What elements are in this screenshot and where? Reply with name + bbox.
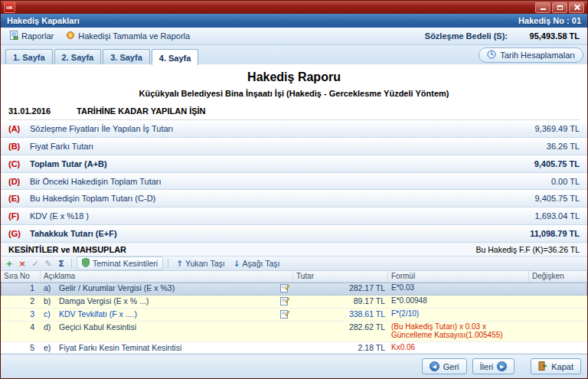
deductions-header: KESİNTİLER ve MAHSUPLAR Bu Hakediş F.F (… [1, 243, 587, 256]
report-date: 31.01.2016 [8, 106, 51, 116]
row-label: Bir Önceki Hakedişin Toplam Tutarı [30, 177, 162, 186]
close-button[interactable] [569, 2, 584, 13]
sozlesme-bedeli-label: Sözleşme Bedeli (S): [425, 31, 508, 41]
tamamla-button[interactable]: Hakedişi Tamamla ve Raporla [61, 29, 194, 43]
page-title: Hakediş Kapakları [7, 16, 80, 25]
col-aciklama[interactable]: Açıklama [41, 271, 293, 282]
complete-report-icon [66, 31, 75, 41]
tarih-label: Tarih Hesaplamaları [500, 51, 575, 60]
add-row-icon[interactable]: + [4, 259, 15, 269]
edit-note-icon[interactable] [280, 309, 290, 320]
tab-sayfa-2[interactable]: 2. Sayfa [54, 49, 102, 64]
cell-aciklama: b) Damga Vergisi (E x % ...) [41, 296, 293, 308]
hakedis-no: Hakediş No : 01 [518, 16, 581, 25]
cell-tutar: 338.61 TL [293, 309, 388, 321]
cell-aciklama: c) KDV Tevkifatı (F x ....) [41, 309, 293, 321]
cell-sira-no: 4 [1, 322, 41, 341]
cell-degisken [529, 283, 587, 295]
minimize-button[interactable] [535, 2, 550, 13]
report-date-label: TARİHİNE KADAR YAPILAN İŞİN [77, 106, 205, 116]
close-icon [573, 4, 580, 11]
cell-sira-no: 1 [1, 283, 41, 295]
teminat-kesintileri-button[interactable]: Teminat Kesintileri [77, 256, 163, 270]
summary-row-g: (G) Tahakkuk Tutarı (E+F) 11,098.79 TL [1, 225, 587, 243]
row-value: 11,098.79 TL [530, 229, 580, 238]
col-degisken[interactable]: Değişken [529, 271, 587, 282]
edit-note-icon[interactable] [280, 296, 290, 307]
sum-icon[interactable]: Σ [56, 259, 67, 269]
table-row[interactable]: 5 e) Fiyat Farkı Kesin Teminat Kesintisi… [1, 342, 587, 354]
row-letter: (F) [8, 211, 30, 221]
maximize-button[interactable] [552, 2, 567, 13]
tab-sayfa-4[interactable]: 4. Sayfa [152, 49, 199, 65]
app-window: HK Hakediş Kapakları Hakediş No : 01 Rap… [0, 0, 588, 379]
col-formul[interactable]: Formül [388, 271, 529, 282]
arrow-up-icon: ↑ [176, 259, 183, 268]
teminat-label: Teminat Kesintileri [93, 259, 158, 268]
move-down-label: Aşağı Taşı [243, 259, 280, 268]
row-value: 0.00 TL [551, 177, 580, 186]
col-tutar[interactable]: Tutar [293, 271, 388, 282]
edit-note-icon[interactable] [280, 283, 290, 294]
row-value: 9,405.75 TL [534, 194, 580, 203]
delete-row-icon[interactable]: × [17, 259, 28, 269]
col-sira-no[interactable]: Sıra No [1, 271, 41, 282]
report-icon [10, 31, 18, 41]
row-id: a) [44, 283, 56, 292]
cell-tutar: 282.17 TL [293, 283, 388, 295]
tamamla-label: Hakedişi Tamamla ve Raporla [78, 31, 190, 41]
arrow-left-icon: ◀ [430, 361, 439, 371]
row-id: b) [44, 296, 56, 305]
maximize-icon [557, 5, 563, 10]
cell-degisken [529, 296, 587, 308]
app-icon: HK [4, 2, 15, 13]
summary-row-d: (D) Bir Önceki Hakedişin Toplam Tutarı 0… [1, 173, 587, 191]
row-letter: (E) [8, 194, 30, 203]
report-content: Hakediş Raporu Küçükyalı Belediyesi Bina… [1, 65, 587, 354]
minimize-icon [541, 8, 546, 10]
row-letter: (A) [8, 124, 30, 133]
table-row[interactable]: 1 a) Gelir / Kurumlar Vergisi (E x %3) 2… [1, 283, 587, 296]
row-label: Bu Hakedişin Toplam Tutarı (C-D) [30, 194, 155, 203]
kapat-button[interactable]: Kapat [531, 358, 581, 374]
cell-formul: Kx0.06 [388, 342, 529, 353]
table-row[interactable]: 3 c) KDV Tevkifatı (F x ....) 338.61 TL … [1, 309, 587, 322]
raporlar-label: Raporlar [21, 31, 54, 41]
cell-aciklama: d) Geçici Kabul Kesintisi [41, 322, 293, 341]
tab-sayfa-3[interactable]: 3. Sayfa [103, 49, 150, 64]
ileri-button[interactable]: İleri ▶ [472, 358, 515, 374]
row-desc: Gelir / Kurumlar Vergisi (E x %3) [59, 283, 277, 292]
row-desc: Damga Vergisi (E x % ...) [59, 296, 277, 305]
cell-degisken [529, 322, 587, 341]
tarih-hesaplamalari-button[interactable]: Tarih Hesaplamaları [479, 47, 583, 63]
move-up-button[interactable]: ↑ Yukarı Taşı [173, 258, 228, 269]
cell-tutar: 282.62 TL [293, 322, 388, 341]
summary-row-b: (B) Fiyat Farkı Tutarı 36.26 TL [1, 138, 587, 155]
row-value: 9,369.49 TL [534, 124, 580, 133]
summary-row-c: (C) Toplam Tutar (A+B) 9,405.75 TL [1, 155, 587, 173]
row-label: Toplam Tutar (A+B) [30, 159, 107, 168]
summary-row-f: (F) KDV (E x %18 ) 1,693.04 TL [1, 207, 587, 225]
raporlar-button[interactable]: Raporlar [5, 29, 58, 43]
table-row[interactable]: 2 b) Damga Vergisi (E x % ...) 89.17 TL … [1, 296, 587, 309]
summary-row-a: (A) Sözleşme Fiyatları İle Yapılan İş Tu… [1, 120, 587, 138]
tab-strip: 1. Sayfa 2. Sayfa 3. Sayfa 4. Sayfa Tari… [1, 45, 587, 65]
row-desc: Fiyat Farkı Kesin Teminat Kesintisi [59, 343, 290, 352]
cell-tutar: 2.18 TL [293, 342, 388, 353]
tab-sayfa-1[interactable]: 1. Sayfa [5, 49, 53, 64]
row-id: d) [44, 322, 56, 332]
arrow-down-icon: ↓ [234, 259, 240, 268]
row-label: Tahakkuk Tutarı (E+F) [30, 229, 117, 238]
geri-button[interactable]: ◀ Geri [422, 358, 467, 374]
row-label: KDV (E x %18 ) [30, 211, 89, 221]
move-up-label: Yukarı Taşı [185, 259, 225, 268]
row-value: 9,405.75 TL [534, 159, 580, 168]
cell-degisken [529, 342, 587, 353]
row-letter: (B) [8, 142, 30, 151]
table-row[interactable]: 4 d) Geçici Kabul Kesintisi 282.62 TL (B… [1, 322, 587, 342]
confirm-icon[interactable]: ✓ [30, 259, 41, 269]
row-label: Fiyat Farkı Tutarı [30, 142, 93, 151]
move-down-button[interactable]: ↓ Aşağı Taşı [230, 258, 283, 269]
clock-icon [487, 50, 496, 60]
edit-icon[interactable]: ✎ [43, 259, 54, 269]
